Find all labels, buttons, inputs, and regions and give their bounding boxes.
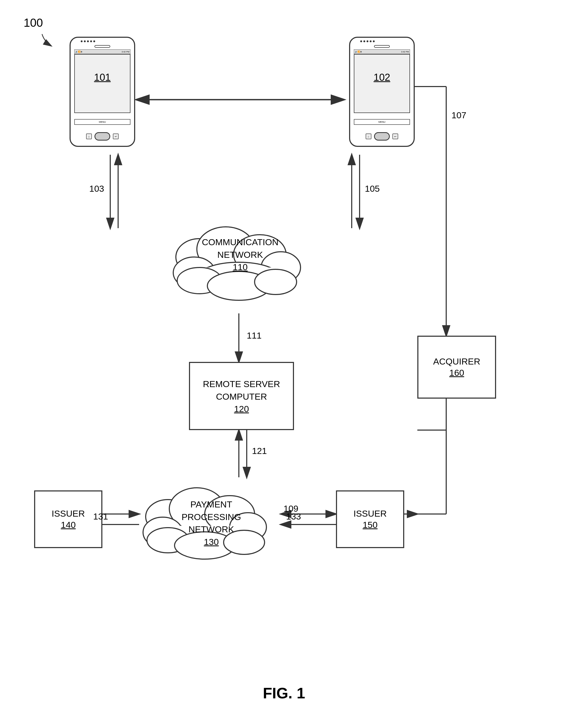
- issuer-140-box: ISSUER 140: [34, 490, 102, 548]
- issuer-150-box: ISSUER 150: [336, 490, 404, 548]
- arrow-label-121: 121: [252, 446, 267, 456]
- svg-point-19: [207, 271, 270, 300]
- arrow-label-107: 107: [452, 110, 466, 120]
- arrow-label-103: 103: [89, 184, 104, 194]
- payment-network-label: PAYMENTPROCESSINGNETWORK 130: [155, 498, 268, 548]
- remote-server-box: REMOTE SERVERCOMPUTER 120: [189, 362, 294, 430]
- arrow-label-133: 133: [286, 511, 301, 522]
- arrow-label-111: 111: [247, 330, 262, 341]
- diagram-number: 100: [24, 16, 43, 29]
- diagram-container: 100 🔊📶⊕ 3:42 PM 101 MENU ⌂: [0, 0, 568, 728]
- comm-network-label: COMMUNICATION NETWORK 110: [178, 236, 302, 274]
- acquirer-box: ACQUIRER 160: [417, 336, 496, 399]
- arrow-label-105: 105: [365, 184, 380, 194]
- arrow-label-131: 131: [93, 511, 108, 522]
- phone-2: 🔊📶⊕ 3:42 PM 102 MENU ⌂ ↩: [349, 37, 415, 147]
- phone-1: 🔊📶⊕ 3:42 PM 101 MENU ⌂ ↩: [70, 37, 135, 147]
- figure-label: FIG. 1: [263, 684, 305, 702]
